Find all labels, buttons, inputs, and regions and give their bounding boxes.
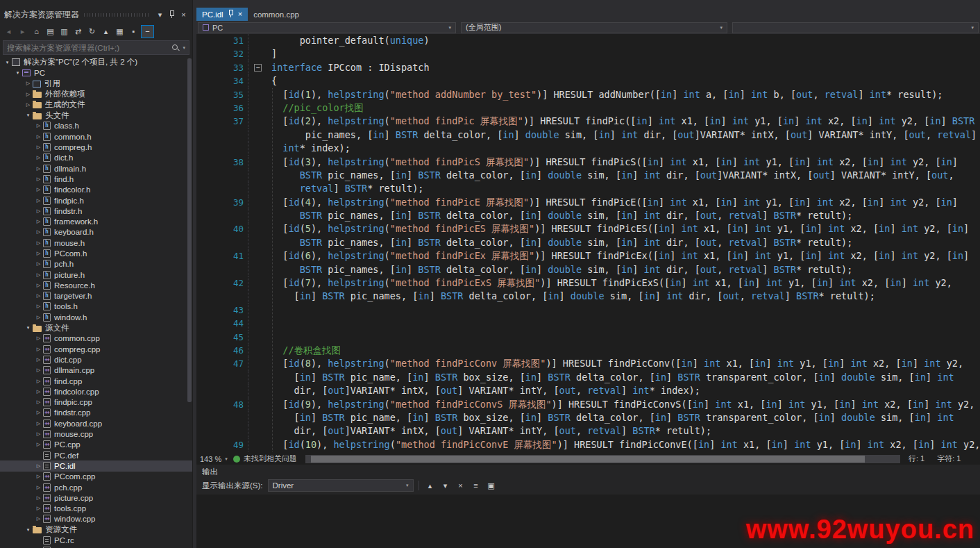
tree-item[interactable]: ▷++tools.cpp: [0, 503, 192, 513]
code-line[interactable]: 34{: [196, 74, 980, 88]
tree-item[interactable]: ▾解决方案"PC"(2 个项目, 共 2 个): [0, 57, 192, 67]
tree-item[interactable]: ▷++mouse.cpp: [0, 429, 192, 439]
tree-item[interactable]: ▷hframework.h: [0, 216, 192, 226]
tree-item[interactable]: ▷++window.cpp: [0, 514, 192, 524]
pin-icon[interactable]: [166, 9, 178, 21]
horizontal-scrollbar[interactable]: [305, 455, 900, 463]
tree-item[interactable]: ▷hfindstr.h: [0, 206, 192, 216]
tree-item[interactable]: ▷++keyboard.cpp: [0, 418, 192, 429]
tree-item[interactable]: ▷生成的文件: [0, 99, 192, 110]
collapsed-arrow-icon[interactable]: ▷: [34, 123, 43, 128]
tree-item[interactable]: ▷hcommon.h: [0, 131, 192, 142]
breakpoint-margin[interactable]: [196, 384, 206, 397]
collapsed-arrow-icon[interactable]: ▷: [34, 474, 43, 479]
breakpoint-margin[interactable]: [196, 424, 206, 438]
collapsed-arrow-icon[interactable]: ▷: [34, 379, 43, 384]
collapsed-arrow-icon[interactable]: ▷: [34, 240, 43, 246]
breakpoint-margin[interactable]: [196, 236, 206, 249]
collapsed-arrow-icon[interactable]: ▷: [34, 166, 43, 172]
code-line[interactable]: retval] BSTR* retult);: [196, 182, 980, 195]
code-line[interactable]: BSTR pic_names, [in] BSTR delta_color, […: [196, 236, 980, 249]
collapsed-arrow-icon[interactable]: ▷: [34, 134, 43, 140]
collapsed-arrow-icon[interactable]: ▷: [34, 155, 43, 160]
code-line[interactable]: BSTR pic_names, [in] BSTR delta_color, […: [196, 169, 980, 182]
collapsed-arrow-icon[interactable]: ▷: [34, 442, 43, 447]
collapsed-arrow-icon[interactable]: ▷: [34, 198, 43, 204]
collapsed-arrow-icon[interactable]: ▷: [24, 92, 33, 97]
search-input[interactable]: [7, 44, 169, 52]
search-dropdown-icon[interactable]: ▾: [183, 45, 185, 51]
tree-item[interactable]: ▷hResource.h: [0, 280, 192, 290]
refresh-icon[interactable]: ↻: [85, 25, 99, 38]
collapsed-arrow-icon[interactable]: ▷: [34, 176, 43, 182]
tree-item[interactable]: ▷++PC.cpp: [0, 440, 192, 450]
tree-item[interactable]: ▷外部依赖项: [0, 89, 192, 99]
breakpoint-margin[interactable]: [196, 304, 206, 317]
breakpoint-margin[interactable]: [196, 142, 206, 155]
tree-item[interactable]: ▷hfindpic.h: [0, 195, 192, 206]
code-line[interactable]: 36 //pic_color找图: [196, 101, 980, 115]
code-line[interactable]: 37 [id(2), helpstring("method findPic 屏幕…: [196, 115, 980, 128]
breakpoint-margin[interactable]: [196, 74, 206, 88]
collapsed-arrow-icon[interactable]: ▷: [34, 516, 43, 522]
scope-dropdown[interactable]: (全局范围) ▾: [461, 22, 727, 33]
collapsed-arrow-icon[interactable]: ▷: [34, 272, 43, 278]
collapsed-arrow-icon[interactable]: ▷: [34, 463, 43, 469]
code-line[interactable]: 38 [id(3), helpstring("method findPicS 屏…: [196, 156, 980, 169]
breakpoint-margin[interactable]: [196, 115, 206, 128]
scrollbar-thumb[interactable]: [311, 456, 864, 463]
breakpoint-margin[interactable]: [196, 398, 206, 411]
pin-icon[interactable]: [228, 10, 234, 19]
tree-item[interactable]: ▷hpicture.h: [0, 269, 192, 280]
collapsed-arrow-icon[interactable]: ▷: [34, 304, 43, 309]
tree-item[interactable]: ▷++PCcom.cpp: [0, 472, 192, 482]
tree-item[interactable]: ▷++find.cpp: [0, 376, 192, 386]
code-line[interactable]: 39 [id(4), helpstring("method findPicE 屏…: [196, 196, 980, 209]
collapsed-arrow-icon[interactable]: ▷: [34, 261, 43, 267]
expanded-arrow-icon[interactable]: ▾: [13, 70, 22, 76]
tree-item[interactable]: ▾资源文件: [0, 524, 192, 535]
forward-icon[interactable]: ▸: [16, 25, 29, 38]
output-source-dropdown[interactable]: Driver ▾: [268, 479, 414, 492]
member-dropdown[interactable]: ▾: [732, 22, 979, 33]
code-line[interactable]: dir, [out]VARIANT* intX, [out] VARIANT* …: [196, 384, 980, 397]
tab-common.cpp[interactable]: common.cpp: [248, 8, 305, 21]
collapsed-arrow-icon[interactable]: ▷: [34, 389, 43, 395]
expanded-arrow-icon[interactable]: ▾: [24, 527, 33, 533]
collapse-all-icon[interactable]: ▴: [99, 25, 112, 38]
collapsed-arrow-icon[interactable]: ▷: [34, 144, 43, 150]
expanded-arrow-icon[interactable]: ▾: [24, 113, 33, 118]
tree-item[interactable]: ▾PC: [0, 67, 192, 78]
collapsed-arrow-icon[interactable]: ▷: [34, 421, 43, 426]
code-line[interactable]: dir, [out]VARIANT* intX, [out] VARIANT* …: [196, 424, 980, 438]
collapsed-arrow-icon[interactable]: ▷: [34, 431, 43, 437]
breakpoint-margin[interactable]: [196, 196, 206, 209]
breakpoint-margin[interactable]: [196, 276, 206, 290]
breakpoint-margin[interactable]: [196, 371, 206, 384]
collapsed-arrow-icon[interactable]: ▷: [34, 208, 43, 214]
breakpoint-margin[interactable]: [196, 156, 206, 169]
breakpoint-margin[interactable]: [196, 61, 206, 74]
tree-item[interactable]: ▷htools.h: [0, 301, 192, 312]
breakpoint-margin[interactable]: [196, 128, 206, 142]
tree-item[interactable]: ▷++findcolor.cpp: [0, 386, 192, 397]
tree-item[interactable]: ▷++pch.cpp: [0, 482, 192, 492]
code-line[interactable]: [in] BSTR pic_name, [in] BSTR box_size, …: [196, 371, 980, 384]
expanded-arrow-icon[interactable]: ▾: [24, 325, 33, 331]
breakpoint-margin[interactable]: [196, 34, 206, 47]
tree-item[interactable]: ▷++dllmain.cpp: [0, 365, 192, 376]
code-line[interactable]: 44: [196, 317, 980, 330]
switch-views-icon[interactable]: ▤: [44, 25, 57, 38]
code-line[interactable]: 35 [id(1), helpstring("method addNumber …: [196, 88, 980, 101]
code-line[interactable]: 42 [id(7), helpstring("method findPicExS…: [196, 276, 980, 290]
tree-item[interactable]: ▷++common.cpp: [0, 333, 192, 344]
breakpoint-margin[interactable]: [196, 331, 206, 344]
code-line[interactable]: BSTR pic_names, [in] BSTR delta_color, […: [196, 263, 980, 276]
tree-item[interactable]: ▷hcompreg.h: [0, 142, 192, 152]
code-line[interactable]: 45: [196, 331, 980, 344]
tree-item[interactable]: ▷PC.idl: [0, 460, 192, 471]
code-line[interactable]: [in] BSTR pic_name, [in] BSTR box_size, …: [196, 411, 980, 424]
tree-item[interactable]: ▷hclass.h: [0, 121, 192, 131]
code-line[interactable]: 32]: [196, 47, 980, 60]
code-editor[interactable]: 31 pointer_default(unique)32]33−interfac…: [196, 34, 980, 453]
